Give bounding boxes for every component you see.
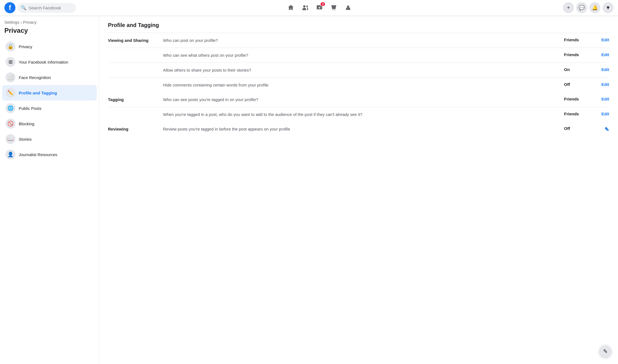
sidebar-item-label: Profile and Tagging [19,91,57,95]
add-button[interactable]: + [563,2,574,13]
messenger-button[interactable]: 💬 [576,2,587,13]
section-label-empty [108,52,163,53]
section-label-empty [108,82,163,83]
sidebar-item-label: Public Posts [19,106,42,111]
breadcrumb: Settings › Privacy [2,20,97,26]
breadcrumb-current: Privacy [23,20,37,25]
setting-question: Hide comments containing certain words f… [163,82,560,88]
sidebar-item-blocking[interactable]: 🚫 Blocking [2,116,97,131]
settings-section-0: Viewing and Sharing Who can post on your… [108,33,609,92]
breadcrumb-separator: › [20,20,23,25]
sidebar-item-label: Your Facebook Information [19,60,68,64]
setting-question: Who can see what others post on your pro… [163,52,560,58]
setting-value: Friends [560,97,593,101]
settings-row: Reviewing Review posts you're tagged in … [108,122,609,137]
sidebar: Settings › Privacy Privacy 🔒 Privacy ⊞ Y… [0,15,99,364]
account-menu-button[interactable]: ▼ [603,2,614,13]
search-input[interactable] [29,6,73,10]
edit-button[interactable]: Edit [593,67,609,72]
sidebar-item-public-posts[interactable]: 🌐 Public Posts [2,100,97,116]
sidebar-item-label: Stories [19,137,32,142]
home-nav-button[interactable] [284,1,297,14]
watch-badge: 3 [320,2,326,7]
svg-point-5 [335,10,335,10]
svg-point-1 [306,6,308,7]
nav-left: f 🔍 [4,2,76,13]
sidebar-item-icon: 📖 [6,134,15,144]
friends-nav-button[interactable] [299,1,312,14]
svg-point-4 [333,10,334,10]
sidebar-item-profile-tagging[interactable]: ✏️ Profile and Tagging [2,85,97,100]
svg-point-0 [303,5,305,7]
sidebar-item-icon: ⊞ [6,57,15,67]
edit-button[interactable]: Edit [593,37,609,42]
section-label-empty [108,112,163,112]
settings-row: Tagging Who can see posts you're tagged … [108,92,609,107]
top-navigation: f 🔍 3 + 💬 🔔 ▼ [0,0,618,15]
sidebar-item-facebook-info[interactable]: ⊞ Your Facebook Information [2,54,97,70]
facebook-logo[interactable]: f [4,2,15,13]
settings-section-2: Reviewing Review posts you're tagged in … [108,122,609,137]
edit-button[interactable]: Edit [593,52,609,57]
settings-sections: Viewing and Sharing Who can post on your… [108,33,609,137]
edit-button[interactable]: Edit [593,112,609,116]
marketplace-nav-button[interactable] [327,1,340,14]
edit-button[interactable]: ✎ [593,126,609,133]
sidebar-item-face-recognition[interactable]: ⬜ Face Recognition [2,70,97,85]
page-layout: Settings › Privacy Privacy 🔒 Privacy ⊞ Y… [0,15,618,364]
section-label-empty [108,67,163,68]
settings-row: Viewing and Sharing Who can post on your… [108,33,609,48]
setting-value: Friends [560,52,593,57]
settings-section-1: Tagging Who can see posts you're tagged … [108,92,609,122]
sidebar-item-label: Blocking [19,121,34,126]
edit-button[interactable]: Edit [593,97,609,101]
sidebar-item-icon: 👤 [6,150,15,159]
setting-question: Review posts you're tagged in before the… [163,126,560,132]
section-label: Viewing and Sharing [108,37,163,43]
settings-row: When you're tagged in a post, who do you… [108,107,609,122]
sidebar-items: 🔒 Privacy ⊞ Your Facebook Information ⬜ … [2,39,97,162]
sidebar-item-label: Privacy [19,44,32,49]
sidebar-item-icon: 🚫 [6,119,15,129]
setting-question: Allow others to share your posts to thei… [163,67,560,73]
sidebar-item-stories[interactable]: 📖 Stories [2,131,97,147]
sidebar-item-label: Journalist Resources [19,152,57,157]
notifications-button[interactable]: 🔔 [589,2,600,13]
sidebar-item-privacy[interactable]: 🔒 Privacy [2,39,97,54]
sidebar-item-icon: 🔒 [6,42,15,51]
section-label: Tagging [108,97,163,102]
setting-value: On [560,67,593,72]
main-content: Profile and Tagging Viewing and Sharing … [99,15,618,364]
setting-value: Off [560,126,593,131]
nav-center: 3 [76,1,563,14]
search-box[interactable]: 🔍 [18,3,76,13]
setting-value: Friends [560,112,593,116]
setting-value: Off [560,82,593,87]
page-title: Profile and Tagging [108,22,609,28]
watch-nav-button[interactable]: 3 [313,1,326,14]
setting-question: Who can post on your profile? [163,37,560,43]
settings-row: Allow others to share your posts to thei… [108,63,609,78]
sidebar-item-icon: ✏️ [6,88,15,98]
floating-edit-button[interactable]: ✎ [599,345,611,357]
edit-button[interactable]: Edit [593,82,609,87]
groups-nav-button[interactable] [341,1,355,14]
sidebar-title: Privacy [2,26,97,39]
breadcrumb-parent-link[interactable]: Settings [4,20,19,25]
settings-row: Who can see what others post on your pro… [108,48,609,63]
sidebar-item-icon: ⬜ [6,72,15,82]
setting-question: Who can see posts you're tagged in on yo… [163,97,560,102]
search-icon: 🔍 [21,5,26,10]
setting-question: When you're tagged in a post, who do you… [163,112,560,117]
settings-row: Hide comments containing certain words f… [108,78,609,92]
sidebar-item-label: Face Recognition [19,75,51,80]
setting-value: Friends [560,37,593,42]
section-label: Reviewing [108,126,163,131]
sidebar-item-icon: 🌐 [6,103,15,113]
sidebar-item-journalist-resources[interactable]: 👤 Journalist Resources [2,147,97,162]
nav-right: + 💬 🔔 ▼ [563,2,614,13]
